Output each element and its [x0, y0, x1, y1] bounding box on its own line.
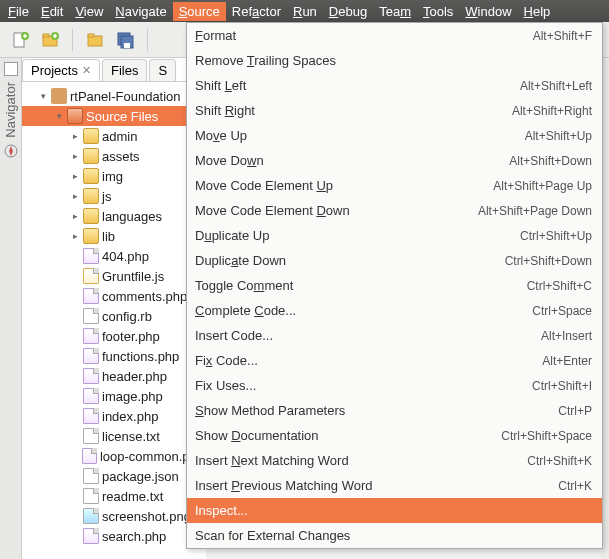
menu-item[interactable]: Move DownAlt+Shift+Down — [187, 148, 602, 173]
tree-twisty-icon[interactable]: ▸ — [70, 211, 80, 221]
project-tree[interactable]: ▾rtPanel-Foundation▾Source Files▸admin▸a… — [22, 82, 206, 550]
menu-item[interactable]: Shift LeftAlt+Shift+Left — [187, 73, 602, 98]
menu-shortcut: Alt+Enter — [542, 354, 592, 368]
menu-edit[interactable]: Edit — [35, 2, 69, 21]
tree-twisty-icon[interactable]: ▸ — [70, 151, 80, 161]
tree-node[interactable]: package.json — [22, 466, 206, 486]
tree-node[interactable]: license.txt — [22, 426, 206, 446]
tab-files[interactable]: Files — [102, 59, 147, 81]
tree-node[interactable]: image.php — [22, 386, 206, 406]
tree-node[interactable]: footer.php — [22, 326, 206, 346]
tree-twisty-icon[interactable]: ▸ — [70, 171, 80, 181]
tree-node[interactable]: ▸languages — [22, 206, 206, 226]
menu-item[interactable]: Duplicate UpCtrl+Shift+Up — [187, 223, 602, 248]
menu-source[interactable]: Source — [173, 2, 226, 21]
tree-node[interactable]: Gruntfile.js — [22, 266, 206, 286]
menu-item[interactable]: Show Method ParametersCtrl+P — [187, 398, 602, 423]
tree-node[interactable]: functions.php — [22, 346, 206, 366]
menu-item-label: Format — [195, 28, 236, 43]
new-project-button[interactable] — [38, 28, 62, 52]
tab-s[interactable]: S — [149, 59, 176, 81]
tree-twisty-icon[interactable]: ▾ — [54, 111, 64, 121]
menu-shortcut: Alt+Shift+F — [533, 29, 592, 43]
menu-tools[interactable]: Tools — [417, 2, 459, 21]
menu-navigate[interactable]: Navigate — [109, 2, 172, 21]
fold-icon — [83, 128, 99, 144]
tree-node[interactable]: ▾rtPanel-Foundation — [22, 86, 206, 106]
tree-node[interactable]: ▸assets — [22, 146, 206, 166]
menu-item-label: Move Down — [195, 153, 264, 168]
menu-item[interactable]: Toggle CommentCtrl+Shift+C — [187, 273, 602, 298]
menu-debug[interactable]: Debug — [323, 2, 373, 21]
menu-item-label: Shift Left — [195, 78, 246, 93]
menu-item[interactable]: Fix Code...Alt+Enter — [187, 348, 602, 373]
tree-twisty-icon[interactable]: ▸ — [70, 231, 80, 241]
tab-label: S — [158, 63, 167, 78]
window-restore-icon[interactable] — [4, 62, 18, 76]
menu-item[interactable]: Shift RightAlt+Shift+Right — [187, 98, 602, 123]
menu-refactor[interactable]: Refactor — [226, 2, 287, 21]
tree-node[interactable]: header.php — [22, 366, 206, 386]
tree-node[interactable]: ▸img — [22, 166, 206, 186]
open-button[interactable] — [83, 28, 107, 52]
tree-twisty-icon[interactable]: ▸ — [70, 191, 80, 201]
menu-window[interactable]: Window — [459, 2, 517, 21]
tree-node[interactable]: loop-common.php — [22, 446, 206, 466]
tree-node[interactable]: ▸js — [22, 186, 206, 206]
menu-item[interactable]: Move UpAlt+Shift+Up — [187, 123, 602, 148]
menu-item-label: Inspect... — [195, 503, 248, 518]
svg-rect-6 — [88, 34, 94, 37]
tab-projects[interactable]: Projects ✕ — [22, 59, 100, 81]
menu-item[interactable]: Insert Code...Alt+Insert — [187, 323, 602, 348]
tree-node[interactable]: readme.txt — [22, 486, 206, 506]
menu-team[interactable]: Team — [373, 2, 417, 21]
tree-node[interactable]: search.php — [22, 526, 206, 546]
tree-twisty-icon[interactable]: ▸ — [70, 131, 80, 141]
tree-label: search.php — [102, 529, 166, 544]
save-all-button[interactable] — [113, 28, 137, 52]
tree-node-selected[interactable]: ▾Source Files — [22, 106, 206, 126]
tree-node[interactable]: 404.php — [22, 246, 206, 266]
compass-icon — [4, 144, 18, 158]
menu-item[interactable]: Move Code Element DownAlt+Shift+Page Dow… — [187, 198, 602, 223]
menu-run[interactable]: Run — [287, 2, 323, 21]
menu-item[interactable]: Scan for External Changes — [187, 523, 602, 548]
tree-label: js — [102, 189, 111, 204]
menu-item[interactable]: FormatAlt+Shift+F — [187, 23, 602, 48]
menu-file[interactable]: File — [2, 2, 35, 21]
navigator-tab[interactable]: Navigator — [3, 78, 18, 142]
tree-label: languages — [102, 209, 162, 224]
tree-twisty-icon[interactable]: ▾ — [38, 91, 48, 101]
tree-node[interactable]: index.php — [22, 406, 206, 426]
menu-item[interactable]: Insert Next Matching WordCtrl+Shift+K — [187, 448, 602, 473]
tree-node[interactable]: ▸admin — [22, 126, 206, 146]
fold-icon — [83, 228, 99, 244]
menu-item[interactable]: Remove Trailing Spaces — [187, 48, 602, 73]
tree-node[interactable]: ▸lib — [22, 226, 206, 246]
menu-item-label: Insert Next Matching Word — [195, 453, 349, 468]
menu-item[interactable]: Show DocumentationCtrl+Shift+Space — [187, 423, 602, 448]
menu-item[interactable]: Inspect... — [187, 498, 602, 523]
source-menu-dropdown: FormatAlt+Shift+FRemove Trailing SpacesS… — [186, 22, 603, 549]
tree-node[interactable]: screenshot.png — [22, 506, 206, 526]
menu-item-label: Fix Uses... — [195, 378, 256, 393]
tree-label: 404.php — [102, 249, 149, 264]
menu-item[interactable]: Fix Uses...Ctrl+Shift+I — [187, 373, 602, 398]
proj-icon — [51, 88, 67, 104]
menu-view[interactable]: View — [69, 2, 109, 21]
menu-shortcut: Ctrl+P — [558, 404, 592, 418]
left-gutter: Navigator — [0, 58, 22, 559]
menu-item[interactable]: Complete Code...Ctrl+Space — [187, 298, 602, 323]
menu-item[interactable]: Insert Previous Matching WordCtrl+K — [187, 473, 602, 498]
menu-help[interactable]: Help — [518, 2, 557, 21]
menu-item[interactable]: Move Code Element UpAlt+Shift+Page Up — [187, 173, 602, 198]
tree-node[interactable]: comments.php — [22, 286, 206, 306]
file i-png-icon — [83, 508, 99, 524]
menu-item-label: Move Code Element Down — [195, 203, 350, 218]
close-icon[interactable]: ✕ — [82, 64, 91, 77]
new-file-button[interactable] — [8, 28, 32, 52]
menu-shortcut: Alt+Shift+Right — [512, 104, 592, 118]
menu-item[interactable]: Duplicate DownCtrl+Shift+Down — [187, 248, 602, 273]
tree-node[interactable]: config.rb — [22, 306, 206, 326]
menu-shortcut: Ctrl+K — [558, 479, 592, 493]
